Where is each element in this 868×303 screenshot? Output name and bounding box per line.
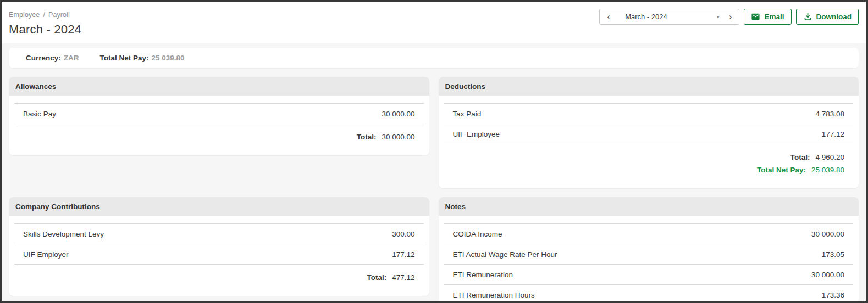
download-button[interactable]: Download (796, 9, 859, 25)
company-contributions-rows: Skills Development Levy 300.00 UIF Emplo… (14, 223, 424, 265)
breadcrumb-separator: / (43, 11, 45, 19)
deductions-rows: Tax Paid 4 783.08 UIF Employee 177.12 (444, 103, 854, 144)
currency-summary: Currency:ZAR (26, 54, 79, 62)
row-label: Basic Pay (23, 110, 56, 118)
chevron-down-icon[interactable]: ▾ (717, 14, 720, 20)
allowances-totals: Total:30 000.00 (14, 124, 424, 143)
download-icon (803, 12, 812, 21)
deductions-totals: Total:4 960.20 Total Net Pay:25 039.80 (444, 144, 854, 176)
company-contributions-panel-title: Company Contributions (9, 197, 429, 216)
deductions-panel-title: Deductions (439, 77, 859, 96)
row-label: UIF Employer (23, 250, 69, 259)
allowances-panel-title: Allowances (9, 77, 429, 96)
total-label: Total: (357, 133, 377, 141)
row-value: 30 000.00 (811, 271, 844, 279)
company-contributions-panel-body: Skills Development Levy 300.00 UIF Emplo… (9, 216, 429, 296)
row-label: UIF Employee (453, 130, 500, 138)
header-left: Employee/Payroll March - 2024 (9, 7, 81, 37)
row-value: 177.12 (822, 130, 844, 138)
net-pay-line: Total Net Pay:25 039.80 (453, 164, 845, 176)
breadcrumb-payroll[interactable]: Payroll (48, 11, 70, 19)
row-value: 30 000.00 (811, 230, 844, 238)
company-contributions-panel: Company Contributions Skills Development… (9, 197, 429, 296)
table-row: Skills Development Levy 300.00 (14, 223, 424, 244)
row-label: ETI Remuneration Hours (453, 291, 535, 299)
total-line: Total:30 000.00 (23, 131, 415, 143)
table-row: ETI Actual Wage Rate Per Hour 173.05 (444, 244, 854, 264)
row-label: ETI Actual Wage Rate Per Hour (453, 250, 557, 259)
header-toolbar: ‹ March - 2024 ▾ › Email Download (599, 9, 859, 25)
notes-rows: COIDA Income 30 000.00 ETI Actual Wage R… (444, 223, 854, 303)
row-value: 30 000.00 (382, 110, 414, 118)
total-line: Total:4 960.20 (453, 151, 845, 164)
allowances-rows: Basic Pay 30 000.00 (14, 103, 424, 124)
period-value[interactable]: March - 2024 (625, 13, 667, 21)
table-row: COIDA Income 30 000.00 (444, 223, 854, 244)
row-label: Tax Paid (453, 110, 482, 118)
row-value: 173.36 (822, 291, 844, 299)
total-value: 4 960.20 (815, 153, 844, 161)
total-value: 477.12 (392, 273, 414, 282)
notes-panel-body: COIDA Income 30 000.00 ETI Actual Wage R… (439, 216, 859, 303)
notes-panel: Notes COIDA Income 30 000.00 ETI Actual … (439, 197, 859, 303)
summary-bar: Currency:ZAR Total Net Pay:25 039.80 (9, 48, 859, 68)
page-header: Employee/Payroll March - 2024 ‹ March - … (2, 2, 866, 43)
allowances-panel-body: Basic Pay 30 000.00 Total:30 000.00 (9, 96, 429, 155)
currency-label: Currency: (26, 54, 61, 62)
company-contributions-totals: Total:477.12 (14, 265, 424, 284)
net-pay-label: Total Net Pay: (100, 54, 149, 62)
deductions-panel-body: Tax Paid 4 783.08 UIF Employee 177.12 To… (439, 96, 859, 188)
period-selector[interactable]: ‹ March - 2024 ▾ › (599, 9, 739, 25)
row-value: 173.05 (822, 250, 844, 259)
table-row: UIF Employee 177.12 (444, 124, 854, 144)
chevron-right-icon[interactable]: › (729, 12, 732, 21)
table-row: UIF Employer 177.12 (14, 244, 424, 264)
table-row: Basic Pay 30 000.00 (14, 103, 424, 124)
total-value: 30 000.00 (382, 133, 414, 141)
row-value: 300.00 (392, 230, 414, 238)
download-button-label: Download (816, 13, 852, 21)
row-label: COIDA Income (453, 230, 502, 238)
row-value: 177.12 (392, 250, 414, 259)
panels-grid: Allowances Basic Pay 30 000.00 Total:30 … (9, 77, 859, 303)
payroll-page: Employee/Payroll March - 2024 ‹ March - … (0, 0, 868, 303)
total-label: Total: (790, 153, 810, 161)
breadcrumb-employee[interactable]: Employee (9, 11, 40, 19)
table-row: ETI Remuneration Hours 173.36 (444, 284, 854, 303)
table-row: Tax Paid 4 783.08 (444, 103, 854, 124)
breadcrumb: Employee/Payroll (9, 11, 81, 19)
row-label: ETI Remuneration (453, 271, 513, 279)
table-row: ETI Remuneration 30 000.00 (444, 264, 854, 284)
chevron-left-icon[interactable]: ‹ (607, 12, 610, 21)
net-pay-value: 25 039.80 (152, 54, 185, 62)
deductions-panel: Deductions Tax Paid 4 783.08 UIF Employe… (439, 77, 859, 188)
net-pay-summary: Total Net Pay:25 039.80 (100, 54, 185, 62)
total-line: Total:477.12 (23, 271, 415, 284)
currency-value: ZAR (64, 54, 79, 62)
notes-panel-title: Notes (439, 197, 859, 216)
envelope-icon (751, 12, 760, 21)
email-button[interactable]: Email (744, 9, 791, 25)
net-pay-total-label: Total Net Pay: (757, 166, 806, 174)
net-pay-total-value: 25 039.80 (811, 166, 844, 174)
allowances-panel: Allowances Basic Pay 30 000.00 Total:30 … (9, 77, 429, 155)
row-label: Skills Development Levy (23, 230, 104, 238)
row-value: 4 783.08 (815, 110, 844, 118)
email-button-label: Email (764, 13, 784, 21)
total-label: Total: (367, 273, 386, 282)
page-title: March - 2024 (9, 23, 81, 37)
